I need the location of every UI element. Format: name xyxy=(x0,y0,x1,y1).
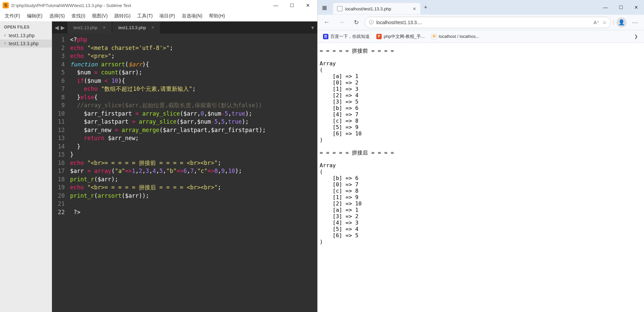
menu-file[interactable]: 文件(F) xyxy=(1,12,23,20)
editor-tab-1[interactable]: test1.13.3.php × xyxy=(112,21,160,34)
address-text: localhost/test1.13.3.... xyxy=(376,20,591,25)
sublime-titlebar: S D:\phpStudy\PHPTutorial\WWW\test1.13.3… xyxy=(0,0,317,11)
close-icon[interactable]: × xyxy=(3,41,7,46)
close-icon[interactable]: × xyxy=(103,25,106,30)
close-button[interactable]: ✕ xyxy=(304,3,312,8)
menu-view[interactable]: 视图(V) xyxy=(89,12,111,20)
bookmarks-bar: 百 百度一下，你就知道 P php中文网-教程_手... M localhost… xyxy=(318,30,644,43)
minimize-button[interactable]: — xyxy=(272,3,280,8)
menu-help[interactable]: 帮助(H) xyxy=(206,12,228,20)
close-icon[interactable]: × xyxy=(3,33,7,38)
browser-titlebar: ▦ localhost/test1.13.3.php ✕ + — ☐ ✕ xyxy=(318,0,644,15)
sublime-main: ◀ ▶ test1.13.php × test1.13.3.php × ▾ 12… xyxy=(52,21,317,312)
sublime-title-text: D:\phpStudy\PHPTutorial\WWW\test1.13.3.p… xyxy=(11,3,272,8)
sublime-tabbar: ◀ ▶ test1.13.php × test1.13.3.php × ▾ xyxy=(52,21,317,34)
menu-edit[interactable]: 编辑(E) xyxy=(23,12,46,20)
sidebar-file-label: test1.13.php xyxy=(9,33,35,38)
maximize-button[interactable]: ☐ xyxy=(613,0,629,15)
browser-tabstrip: localhost/test1.13.3.php ✕ + xyxy=(331,0,598,15)
browser-toolbar: ← → ↻ ⓘ localhost/test1.13.3.... A⁺ ☆ | … xyxy=(318,15,644,30)
browser-viewport[interactable]: = = = = = 拼接前 = = = = Array ( [a] => 1 [… xyxy=(318,43,644,312)
menu-tools[interactable]: 工具(T) xyxy=(134,12,156,20)
favorite-icon[interactable]: ☆ xyxy=(602,20,607,25)
sidebar-file-0[interactable]: × test1.13.php xyxy=(0,32,52,40)
tab-nav-arrows: ◀ ▶ xyxy=(52,21,67,34)
editor-tab-0[interactable]: test1.13.php × xyxy=(67,21,112,34)
tab-prev-icon[interactable]: ◀ xyxy=(55,24,59,31)
code-editor[interactable]: 12345678910111213141516171819202122 <?ph… xyxy=(52,34,317,312)
refresh-button[interactable]: ↻ xyxy=(350,16,363,28)
open-files-header: OPEN FILES xyxy=(0,21,52,32)
divider: | xyxy=(613,19,614,25)
read-aloud-icon[interactable]: A⁺ xyxy=(594,20,599,25)
sublime-body: OPEN FILES × test1.13.php × test1.13.3.p… xyxy=(0,21,317,312)
tab-next-icon[interactable]: ▶ xyxy=(61,24,65,31)
bookmark-label: 百度一下，你就知道 xyxy=(330,34,370,40)
sidebar-file-1[interactable]: × test1.13.3.php xyxy=(0,40,52,48)
address-bar[interactable]: ⓘ localhost/test1.13.3.... A⁺ ☆ xyxy=(365,17,611,28)
tab-actions-icon[interactable]: ▦ xyxy=(318,0,331,15)
sublime-app-icon: S xyxy=(3,2,9,8)
maximize-button[interactable]: ☐ xyxy=(288,3,296,8)
menu-project[interactable]: 项目(P) xyxy=(156,12,178,20)
bookmarks-overflow[interactable]: ❯ xyxy=(631,33,641,40)
bookmark-pma[interactable]: M localhost / localhos... xyxy=(429,33,482,41)
bookmark-label: php中文网-教程_手... xyxy=(384,34,425,40)
menu-prefs[interactable]: 首选项(N) xyxy=(178,12,206,20)
page-icon xyxy=(337,6,342,11)
minimize-button[interactable]: — xyxy=(598,0,613,15)
sublime-menubar: 文件(F) 编辑(E) 选择(S) 查找(I) 视图(V) 跳转(G) 工具(T… xyxy=(0,11,317,21)
browser-tab[interactable]: localhost/test1.13.3.php ✕ xyxy=(333,3,420,14)
code-content[interactable]: <?php echo "<meta charset='utf-8'>"; ech… xyxy=(68,34,317,312)
line-gutter: 12345678910111213141516171819202122 xyxy=(52,34,68,312)
baidu-icon: 百 xyxy=(323,34,328,39)
info-icon[interactable]: ⓘ xyxy=(369,19,374,25)
php-icon: P xyxy=(376,34,382,39)
browser-window: ▦ localhost/test1.13.3.php ✕ + — ☐ ✕ ← →… xyxy=(318,0,644,312)
pma-icon: M xyxy=(431,34,437,39)
menu-select[interactable]: 选择(S) xyxy=(46,12,68,20)
new-tab-button[interactable]: + xyxy=(420,4,431,11)
menu-goto[interactable]: 跳转(G) xyxy=(111,12,134,20)
menu-find[interactable]: 查找(I) xyxy=(68,12,89,20)
sublime-window-buttons: — ☐ ✕ xyxy=(272,3,315,8)
address-actions: A⁺ ☆ xyxy=(594,20,607,25)
sublime-sidebar: OPEN FILES × test1.13.php × test1.13.3.p… xyxy=(0,21,52,312)
sublime-window: S D:\phpStudy\PHPTutorial\WWW\test1.13.3… xyxy=(0,0,318,312)
back-button[interactable]: ← xyxy=(320,16,333,28)
tab-overflow[interactable]: ▾ xyxy=(161,21,317,34)
browser-tab-title: localhost/test1.13.3.php xyxy=(345,6,391,11)
bookmark-label: localhost / localhos... xyxy=(439,34,479,39)
editor-tab-label: test1.13.php xyxy=(73,25,98,30)
forward-button[interactable]: → xyxy=(335,16,348,28)
close-icon[interactable]: × xyxy=(151,25,154,30)
editor-tab-label: test1.13.3.php xyxy=(118,25,146,30)
menu-button[interactable]: ⋯ xyxy=(629,16,641,28)
bookmark-php[interactable]: P php中文网-教程_手... xyxy=(374,32,427,41)
close-button[interactable]: ✕ xyxy=(629,0,644,15)
sidebar-file-label: test1.13.3.php xyxy=(9,41,39,46)
close-icon[interactable]: ✕ xyxy=(413,6,416,11)
browser-window-buttons: — ☐ ✕ xyxy=(598,0,644,15)
profile-button[interactable]: 👤 xyxy=(616,17,627,27)
bookmark-baidu[interactable]: 百 百度一下，你就知道 xyxy=(320,32,372,41)
